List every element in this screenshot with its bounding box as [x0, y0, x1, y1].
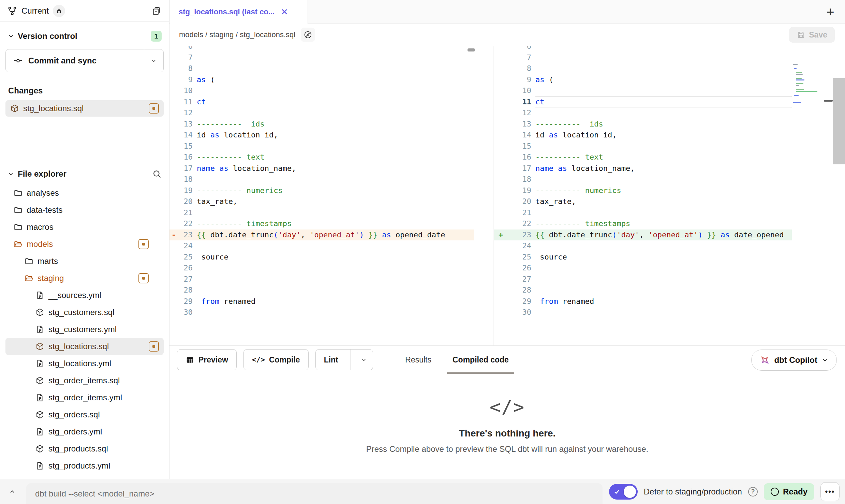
commit-options-toggle[interactable]: [144, 49, 163, 72]
code-line-26[interactable]: 26: [494, 263, 792, 274]
code-line-21[interactable]: 21: [169, 207, 474, 219]
code-line-12[interactable]: 12: [169, 107, 474, 119]
code-line-26[interactable]: 26: [169, 263, 474, 274]
code-line-20[interactable]: 20 tax_rate,: [169, 196, 474, 207]
scrollbar-thumb[interactable]: [468, 48, 475, 51]
code-line-15[interactable]: 15: [494, 141, 792, 152]
code-line-16[interactable]: 16 ---------- text: [169, 152, 474, 163]
code-line-25[interactable]: 25 from source: [494, 252, 792, 263]
code-line-30[interactable]: 30: [494, 307, 792, 318]
code-line-14[interactable]: 14 id as location_id,: [169, 130, 474, 141]
help-icon[interactable]: ?: [748, 487, 758, 496]
version-control-section[interactable]: Version control 1: [0, 22, 169, 42]
code-line-17[interactable]: 17 name as location_name,: [169, 163, 474, 174]
code-line-16[interactable]: 16 ---------- text: [494, 152, 792, 163]
code-line-28[interactable]: 28: [494, 285, 792, 296]
code-line-11[interactable]: 11 select: [169, 97, 474, 108]
command-input[interactable]: dbt build --select <model_name>: [26, 483, 603, 504]
copy-branch-icon[interactable]: [151, 6, 162, 16]
chevron-down-icon[interactable]: [8, 171, 14, 177]
code-line-6[interactable]: 6: [494, 46, 792, 52]
navigate-button[interactable]: [301, 28, 315, 42]
file-row-stg_locations.yml[interactable]: stg_locations.yml: [0, 355, 169, 372]
code-line-8[interactable]: 8: [169, 63, 474, 74]
code-line-19[interactable]: 19 ---------- numerics: [169, 185, 474, 196]
overflow-menu-button[interactable]: •••: [820, 482, 840, 501]
save-button[interactable]: Save: [789, 27, 835, 43]
file-row-__sources.yml[interactable]: __sources.yml: [0, 287, 169, 304]
code-line-7[interactable]: 7: [494, 52, 792, 63]
code-line-20[interactable]: 20 tax_rate,: [494, 196, 792, 207]
file-row-stg_order_items.sql[interactable]: stg_order_items.sql: [0, 372, 169, 389]
code-line-22[interactable]: 22 ---------- timestamps: [494, 218, 792, 229]
code-line-29[interactable]: 29select * from renamed: [494, 296, 792, 307]
save-label: Save: [809, 30, 827, 40]
code-line-9[interactable]: 9renamed as (: [494, 74, 792, 86]
tab-results[interactable]: Results: [400, 346, 437, 374]
tab-close-icon[interactable]: ✕: [281, 7, 288, 17]
code-line-19[interactable]: 19 ---------- numerics: [494, 185, 792, 196]
code-line-24[interactable]: 24: [169, 240, 474, 252]
file-row-staging[interactable]: staging: [0, 270, 169, 287]
code-line-23[interactable]: +23 {{ dbt.date_trunc('day', 'opened_at'…: [494, 229, 792, 241]
file-row-stg_customers.yml[interactable]: stg_customers.yml: [0, 321, 169, 338]
code-line-23[interactable]: -23 {{ dbt.date_trunc('day', 'opened_at'…: [169, 229, 474, 241]
file-row-models[interactable]: models: [0, 236, 169, 253]
code-line-22[interactable]: 22 ---------- timestamps: [169, 218, 474, 229]
code-line-14[interactable]: 14 id as location_id,: [494, 130, 792, 141]
code-line-8[interactable]: 8: [494, 63, 792, 74]
diff-pane-original[interactable]: 6789renamed as (1011 select1213 --------…: [169, 46, 493, 345]
new-tab-button[interactable]: +: [822, 4, 838, 20]
dbt-copilot-button[interactable]: dbt Copilot: [751, 350, 837, 371]
file-row-stg_orders.yml[interactable]: stg_orders.yml: [0, 423, 169, 440]
minimap[interactable]: [793, 47, 817, 119]
panel-scrollbar-thumb[interactable]: [833, 78, 845, 164]
code-line-9[interactable]: 9renamed as (: [169, 74, 474, 86]
file-row-stg_locations.sql[interactable]: stg_locations.sql: [5, 338, 164, 355]
code-line-24[interactable]: 24: [494, 240, 792, 252]
commit-and-sync-button[interactable]: Commit and sync: [6, 49, 144, 72]
file-row-stg_products.yml[interactable]: stg_products.yml: [0, 457, 169, 474]
changed-file-stg_locations.sql[interactable]: stg_locations.sql: [5, 100, 164, 117]
code-line-13[interactable]: 13 ---------- ids: [494, 119, 792, 130]
code-line-6[interactable]: 6: [169, 46, 474, 52]
file-row-macros[interactable]: macros: [0, 219, 169, 236]
search-icon[interactable]: [152, 169, 162, 179]
diff-pane-modified[interactable]: 6789renamed as (1011 select1213 --------…: [494, 46, 845, 345]
file-row-analyses[interactable]: analyses: [0, 184, 169, 202]
chevron-up-icon[interactable]: [0, 479, 25, 504]
file-row-data-tests[interactable]: data-tests: [0, 202, 169, 219]
compile-button[interactable]: </> Compile: [243, 349, 309, 370]
code-line-21[interactable]: 21: [494, 207, 792, 219]
code-line-18[interactable]: 18: [494, 174, 792, 185]
code-line-7[interactable]: 7: [169, 52, 474, 63]
lint-options-toggle[interactable]: [355, 350, 373, 370]
code-line-30[interactable]: 30: [169, 307, 474, 318]
code-line-18[interactable]: 18: [169, 174, 474, 185]
folder-open-icon: [25, 274, 33, 283]
code-line-28[interactable]: 28: [169, 285, 474, 296]
file-row-stg_order_items.yml[interactable]: stg_order_items.yml: [0, 389, 169, 406]
code-line-11[interactable]: 11 select: [494, 97, 792, 108]
file-row-stg_orders.sql[interactable]: stg_orders.sql: [0, 406, 169, 423]
tab-compiled-code[interactable]: Compiled code: [447, 346, 514, 374]
code-line-27[interactable]: 27): [169, 274, 474, 285]
code-line-10[interactable]: 10: [494, 85, 792, 97]
code-line-15[interactable]: 15: [169, 141, 474, 152]
code-line-13[interactable]: 13 ---------- ids: [169, 119, 474, 130]
code-line-10[interactable]: 10: [169, 85, 474, 97]
defer-toggle[interactable]: [609, 484, 638, 500]
lint-button[interactable]: Lint: [316, 350, 346, 370]
file-row-stg_products.sql[interactable]: stg_products.sql: [0, 440, 169, 457]
file-row-stg_customers.sql[interactable]: stg_customers.sql: [0, 304, 169, 321]
code-line-27[interactable]: 27): [494, 274, 792, 285]
code-line-17[interactable]: 17 name as location_name,: [494, 163, 792, 174]
tab-stg-locations[interactable]: stg_locations.sql (last co... ✕: [170, 0, 308, 24]
code-line-29[interactable]: 29select * from renamed: [169, 296, 474, 307]
file-row-marts[interactable]: marts: [0, 253, 169, 270]
code-line-25[interactable]: 25 from source: [169, 252, 474, 263]
code-line-12[interactable]: 12: [494, 107, 792, 119]
preview-button[interactable]: Preview: [177, 349, 237, 370]
panel-resize-handle[interactable]: [824, 100, 833, 102]
ready-status-badge[interactable]: Ready: [764, 483, 814, 500]
